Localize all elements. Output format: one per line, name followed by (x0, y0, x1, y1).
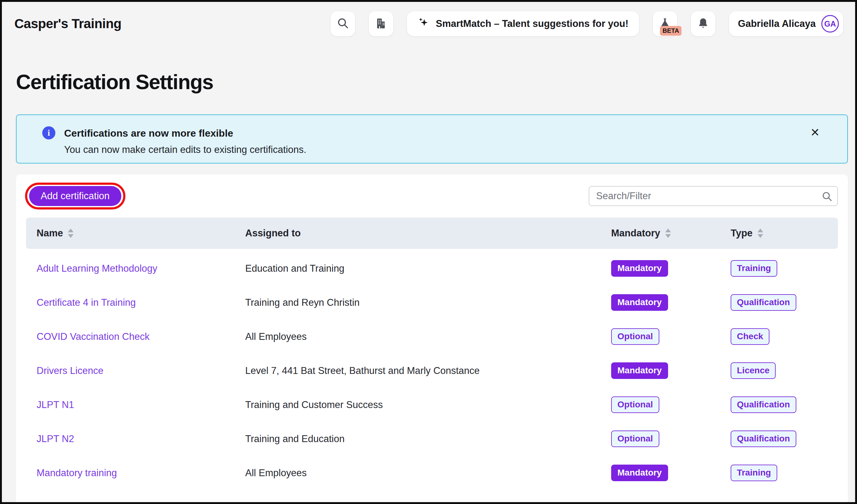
type-badge: Qualification (730, 294, 796, 311)
info-banner: i Certifications are now more flexible Y… (16, 115, 848, 163)
labs-button[interactable]: BETA (653, 11, 677, 36)
table-row: JLPT N1 Training and Customer Success Op… (26, 388, 838, 422)
assigned-to-cell: Education and Training (245, 263, 611, 274)
card-toolbar: Add certification (26, 186, 838, 218)
assigned-to-cell: Level 7, 441 Bat Street, Bathurst and Ma… (245, 365, 611, 377)
table-row: Certificate 4 in Training Training and R… (26, 285, 838, 319)
table-row: JLPT N2 Training and Education Optional … (26, 422, 838, 456)
table-row-partial: Reyn Christin, Sharah Bearer, Track Tot (26, 490, 838, 504)
mandatory-badge: Mandatory (611, 465, 668, 481)
mandatory-badge: Optional (611, 328, 659, 345)
table-body: Adult Learning Methodology Education and… (26, 249, 838, 504)
type-badge: Training (730, 465, 777, 481)
table-row: Drivers Licence Level 7, 441 Bat Street,… (26, 353, 838, 388)
certification-link[interactable]: Mandatory training (37, 467, 117, 479)
type-badge: Licence (730, 362, 776, 379)
type-badge: Check (730, 328, 769, 345)
smartmatch-label: SmartMatch – Talent suggestions for you! (436, 18, 628, 29)
certifications-card: Add certification Name Assigned to Manda… (16, 174, 848, 504)
certification-link[interactable]: JLPT N2 (37, 433, 74, 445)
banner-body: You can now make certain edits to existi… (64, 144, 306, 155)
column-header-name[interactable]: Name (37, 228, 245, 239)
type-badge: Training (730, 260, 777, 277)
certification-link[interactable]: Adult Learning Methodology (37, 263, 157, 274)
avatar: GA (821, 15, 839, 33)
search-icon (821, 190, 833, 202)
top-bar: Casper's Training (14, 11, 843, 37)
sort-icon (68, 229, 73, 238)
column-header-type[interactable]: Type (730, 228, 827, 239)
assigned-to-cell: Reyn Christin, Sharah Bearer, Track Tot (245, 502, 611, 504)
mandatory-badge: Mandatory (611, 294, 668, 311)
sort-icon (665, 229, 671, 238)
assigned-to-cell: Training and Reyn Christin (245, 297, 611, 308)
company-button[interactable] (369, 11, 393, 36)
mandatory-badge: Optional (611, 397, 659, 413)
banner-title: Certifications are now more flexible (64, 127, 233, 139)
app-window: Casper's Training (0, 0, 857, 504)
user-menu[interactable]: Gabriella Alicaya GA (729, 11, 843, 36)
app-title: Casper's Training (14, 16, 121, 31)
type-badge: Qualification (730, 397, 796, 413)
search-icon (336, 17, 349, 31)
table-row: COVID Vaccination Check All Employees Op… (26, 319, 838, 353)
table-header: Name Assigned to Mandatory Type (26, 218, 838, 249)
column-header-mandatory[interactable]: Mandatory (611, 228, 730, 239)
assigned-to-cell: Training and Customer Success (245, 399, 611, 411)
search-button[interactable] (331, 11, 355, 36)
info-icon: i (42, 126, 55, 139)
search-filter-input[interactable] (589, 186, 838, 206)
add-certification-annotated: Add certification (29, 186, 121, 206)
search-filter-wrap (589, 186, 838, 206)
certification-link[interactable]: Certificate 4 in Training (37, 297, 136, 308)
user-name: Gabriella Alicaya (738, 18, 816, 29)
page-title: Certification Settings (16, 70, 213, 94)
smartmatch-button[interactable]: SmartMatch – Talent suggestions for you! (407, 11, 639, 36)
certification-link[interactable]: COVID Vaccination Check (37, 331, 150, 342)
beta-badge: BETA (660, 26, 682, 36)
close-icon[interactable]: ✕ (810, 127, 820, 138)
assigned-to-cell: Training and Education (245, 433, 611, 445)
mandatory-badge: Mandatory (611, 362, 668, 379)
sort-icon (758, 229, 763, 238)
notifications-button[interactable] (691, 11, 715, 36)
mandatory-badge: Optional (611, 431, 659, 447)
assigned-to-cell: All Employees (245, 467, 611, 479)
bell-icon (697, 17, 709, 31)
table-row: Mandatory training All Employees Mandato… (26, 456, 838, 490)
mandatory-badge: Mandatory (611, 260, 668, 277)
assigned-to-cell: All Employees (245, 331, 611, 342)
certification-link[interactable]: Drivers Licence (37, 365, 103, 377)
certification-link[interactable]: JLPT N1 (37, 399, 74, 411)
building-icon (374, 17, 388, 31)
column-header-assigned-to: Assigned to (245, 228, 611, 239)
add-certification-button[interactable]: Add certification (29, 186, 121, 206)
top-bar-actions: SmartMatch – Talent suggestions for you!… (331, 11, 843, 36)
type-badge: Qualification (730, 431, 796, 447)
table-row: Adult Learning Methodology Education and… (26, 251, 838, 285)
sparkle-icon (418, 17, 430, 31)
